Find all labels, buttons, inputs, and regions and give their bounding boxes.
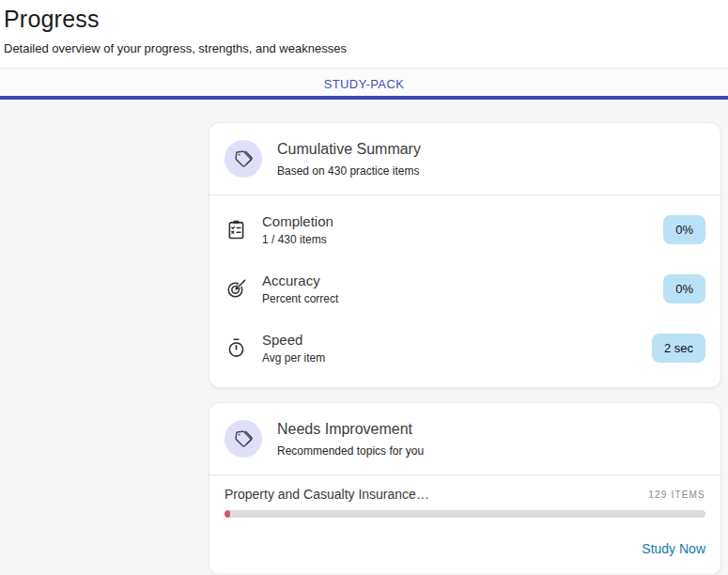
study-now-link[interactable]: Study Now <box>642 541 705 556</box>
page-header: Progress Detailed overview of your progr… <box>0 0 728 68</box>
card-footer: Study Now <box>209 533 720 574</box>
metric-text: Accuracy Percent correct <box>262 272 338 305</box>
cumulative-summary-titles: Cumulative Summary Based on 430 practice… <box>277 141 421 178</box>
needs-improvement-card: Needs Improvement Recommended topics for… <box>209 402 721 575</box>
metric-row-completion: Completion 1 / 430 items 0% <box>225 200 705 259</box>
metric-sub: Avg per item <box>262 351 325 365</box>
tab-bar: STUDY-PACK <box>0 68 728 100</box>
metric-rows: Completion 1 / 430 items 0% <box>209 195 720 387</box>
metric-label: Speed <box>262 332 325 348</box>
content-area: Cumulative Summary Based on 430 practice… <box>0 100 728 575</box>
topic-progress-track <box>225 510 705 518</box>
metric-sub: 1 / 430 items <box>262 233 333 246</box>
page-title: Progress <box>4 6 724 33</box>
card-subtitle: Based on 430 practice items <box>277 164 421 178</box>
avatar <box>225 420 262 458</box>
cumulative-summary-card: Cumulative Summary Based on 430 practice… <box>209 122 721 388</box>
tab-active-indicator <box>0 96 728 100</box>
stopwatch-icon <box>225 337 247 360</box>
metric-row-speed: Speed Avg per item 2 sec <box>225 319 705 378</box>
metric-text: Speed Avg per item <box>262 332 325 365</box>
page-root: Progress Detailed overview of your progr… <box>0 0 728 575</box>
metric-row-accuracy: Accuracy Percent correct 0% <box>225 259 705 319</box>
metric-text: Completion 1 / 430 items <box>262 213 333 246</box>
tags-icon <box>233 428 254 449</box>
page-subtitle: Detailed overview of your progress, stre… <box>4 41 724 55</box>
needs-improvement-header: Needs Improvement Recommended topics for… <box>209 403 720 474</box>
metric-value-chip: 0% <box>663 274 705 303</box>
topic-name: Property and Casualty Insurance… <box>225 487 429 502</box>
card-title: Cumulative Summary <box>277 141 421 158</box>
clipboard-checklist-icon <box>225 219 247 241</box>
target-arrow-icon <box>225 278 247 301</box>
metric-value-chip: 0% <box>663 215 705 244</box>
topic-line: Property and Casualty Insurance… 129 ITE… <box>225 487 705 502</box>
topic-item-count: 129 ITEMS <box>648 490 705 500</box>
topic-progress-fill <box>225 510 230 518</box>
metric-label: Accuracy <box>262 272 338 288</box>
avatar <box>225 140 262 178</box>
cumulative-summary-header: Cumulative Summary Based on 430 practice… <box>209 123 720 194</box>
metric-label: Completion <box>262 213 333 229</box>
needs-improvement-titles: Needs Improvement Recommended topics for… <box>277 421 424 458</box>
metric-value-chip: 2 sec <box>652 334 705 363</box>
card-subtitle: Recommended topics for you <box>277 444 424 458</box>
card-title: Needs Improvement <box>277 421 424 438</box>
metric-sub: Percent correct <box>262 292 338 305</box>
tags-icon <box>233 148 254 169</box>
topic-row: Property and Casualty Insurance… 129 ITE… <box>209 475 720 533</box>
